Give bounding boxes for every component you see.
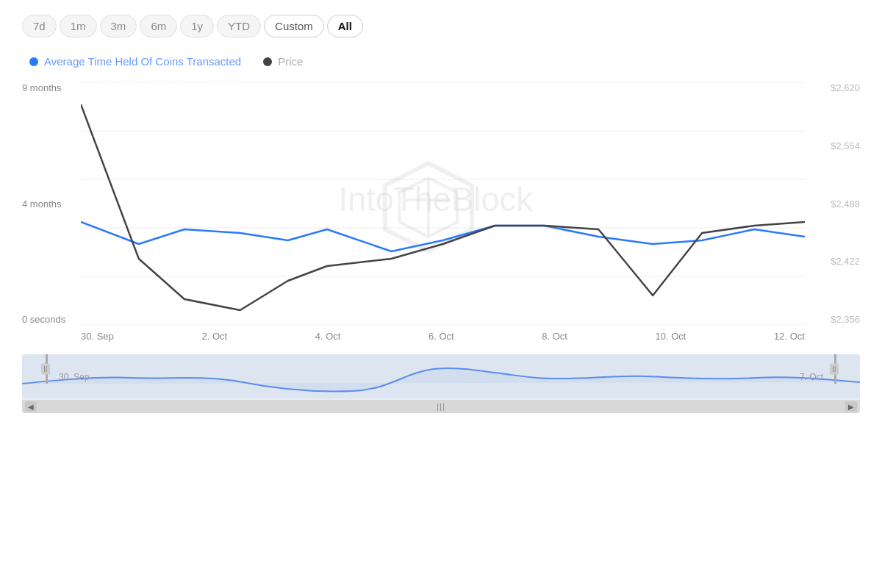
range-inner: II II 30. Sep 7. Oct xyxy=(22,354,860,398)
y-label-right-1: $2,554 xyxy=(831,140,860,151)
y-label-left-0: 9 months xyxy=(22,82,81,93)
y-label-left-1: 4 months xyxy=(22,198,81,209)
y-label-right-0: $2,620 xyxy=(831,82,860,93)
legend-label-price: Price xyxy=(278,55,303,68)
range-scrollbar[interactable]: ◀ ||| ▶ xyxy=(22,400,860,413)
svg-text:IntoTheBlock: IntoTheBlock xyxy=(338,181,533,218)
y-label-right-4: $2,356 xyxy=(831,314,860,325)
scroll-arrow-left[interactable]: ◀ xyxy=(25,401,37,412)
y-label-right-3: $2,422 xyxy=(831,256,860,267)
legend-dot-blue xyxy=(29,57,38,66)
legend-label-avg-time: Average Time Held Of Coins Transacted xyxy=(44,55,241,68)
filter-6m[interactable]: 6m xyxy=(140,15,177,37)
filter-3m[interactable]: 3m xyxy=(100,15,137,37)
scroll-thumb[interactable]: ||| xyxy=(437,402,445,411)
filter-7d[interactable]: 7d xyxy=(22,15,57,37)
filter-1y[interactable]: 1y xyxy=(180,15,214,37)
range-date-left: 30. Sep xyxy=(59,372,89,382)
legend-dot-dark xyxy=(263,57,272,66)
range-selector: II II 30. Sep 7. Oct ◀ ||| ▶ xyxy=(22,354,860,413)
y-axis-right: $2,620 $2,554 $2,488 $2,422 $2,356 xyxy=(808,82,860,347)
filter-ytd[interactable]: YTD xyxy=(217,15,261,37)
range-date-right: 7. Oct xyxy=(800,372,823,382)
x-axis: 30. Sep 2. Oct 4. Oct 6. Oct 8. Oct 10. … xyxy=(81,325,805,347)
range-labels: 30. Sep 7. Oct xyxy=(22,372,860,382)
x-label-2: 4. Oct xyxy=(315,331,341,342)
scroll-arrow-right[interactable]: ▶ xyxy=(845,401,857,412)
legend-item-avg-time: Average Time Held Of Coins Transacted xyxy=(29,55,241,68)
y-label-right-2: $2,488 xyxy=(831,198,860,209)
filter-1m[interactable]: 1m xyxy=(60,15,97,37)
x-label-6: 12. Oct xyxy=(774,331,805,342)
y-axis-left: 9 months 4 months 0 seconds xyxy=(22,82,81,347)
x-label-5: 10. Oct xyxy=(656,331,686,342)
chart-wrapper: 9 months 4 months 0 seconds $2,620 $2,55… xyxy=(22,82,860,347)
y-label-left-2: 0 seconds xyxy=(22,314,81,325)
chart-svg: IntoTheBlock xyxy=(81,82,805,325)
x-label-0: 30. Sep xyxy=(81,331,114,342)
legend-item-price: Price xyxy=(263,55,303,68)
x-label-1: 2. Oct xyxy=(201,331,227,342)
time-filter-bar: 7d 1m 3m 6m 1y YTD Custom All xyxy=(22,15,860,37)
main-container: 7d 1m 3m 6m 1y YTD Custom All Average Ti… xyxy=(0,0,882,588)
x-label-3: 6. Oct xyxy=(429,331,454,342)
filter-custom[interactable]: Custom xyxy=(264,15,324,37)
x-label-4: 8. Oct xyxy=(542,331,567,342)
chart-area: 9 months 4 months 0 seconds $2,620 $2,55… xyxy=(22,82,860,581)
filter-all[interactable]: All xyxy=(327,15,363,37)
chart-legend: Average Time Held Of Coins Transacted Pr… xyxy=(22,55,860,68)
